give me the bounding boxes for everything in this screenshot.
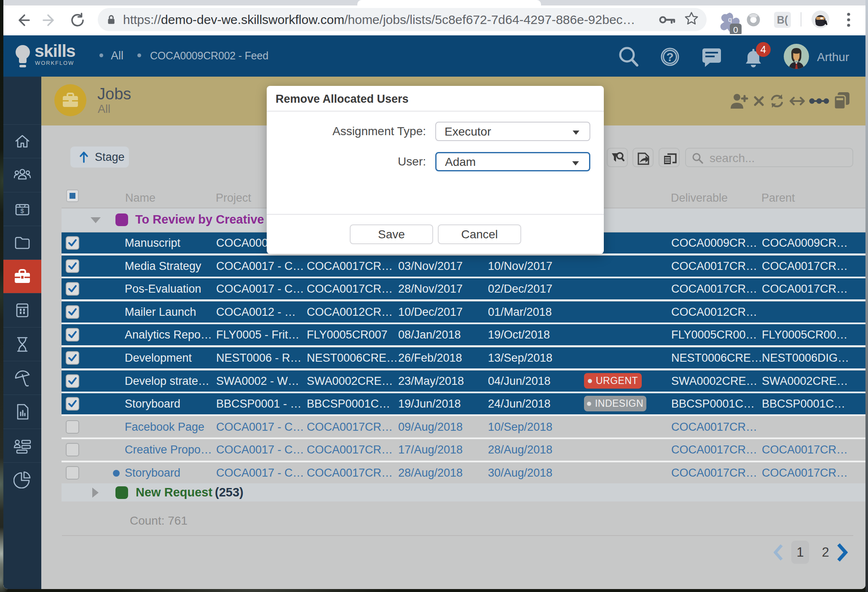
svg-text:q: q <box>728 16 732 23</box>
svg-text:0: 0 <box>733 25 738 34</box>
svg-text:$: $ <box>21 207 24 214</box>
svg-text:?: ? <box>667 51 674 64</box>
